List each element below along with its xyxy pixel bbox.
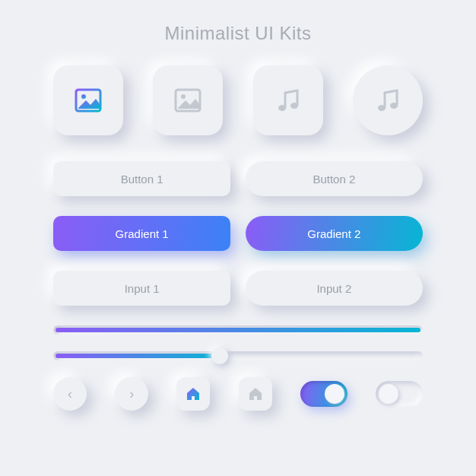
home-icon	[247, 386, 264, 402]
image-tile-muted[interactable]	[153, 65, 223, 135]
gradient-button-1[interactable]: Gradient 1	[53, 216, 230, 251]
home-icon	[185, 386, 202, 402]
svg-point-4	[278, 105, 286, 111]
prev-button[interactable]: ‹	[53, 377, 87, 411]
button-2[interactable]: Button 2	[246, 161, 423, 196]
plain-button-row: Button 1 Button 2	[53, 161, 423, 196]
svg-point-6	[378, 105, 386, 111]
music-icon	[373, 85, 403, 116]
music-tile[interactable]	[253, 65, 323, 135]
chevron-right-icon: ›	[129, 386, 134, 402]
page-title: Minimalist UI Kits	[164, 23, 311, 44]
music-icon	[273, 85, 303, 116]
button-1[interactable]: Button 1	[53, 161, 230, 196]
toggle-on[interactable]	[300, 381, 347, 407]
next-button[interactable]: ›	[115, 377, 148, 411]
svg-point-1	[81, 94, 86, 99]
image-icon	[73, 85, 103, 116]
input-1[interactable]: Input 1	[53, 271, 230, 306]
toggle-knob	[325, 384, 344, 404]
chevron-left-icon: ‹	[68, 386, 72, 402]
gradient-button-2[interactable]: Gradient 2	[246, 216, 423, 251]
image-tile-gradient[interactable]	[53, 65, 123, 135]
image-icon	[173, 85, 203, 116]
svg-point-5	[290, 103, 298, 109]
toggle-off[interactable]	[376, 381, 423, 407]
slider-full[interactable]	[53, 325, 423, 335]
bottom-controls: ‹ ›	[53, 377, 423, 411]
home-button-muted[interactable]	[239, 377, 272, 411]
home-button-gradient[interactable]	[176, 377, 210, 411]
music-circle[interactable]	[353, 65, 423, 135]
slider-partial[interactable]	[53, 351, 423, 360]
input-2[interactable]: Input 2	[246, 271, 423, 306]
gradient-button-row: Gradient 1 Gradient 2	[53, 216, 423, 251]
slider-handle[interactable]	[211, 347, 228, 364]
input-row: Input 1 Input 2	[53, 271, 423, 306]
toggle-knob	[379, 384, 398, 404]
svg-point-3	[181, 94, 186, 99]
svg-point-7	[390, 103, 398, 109]
icon-tile-row	[53, 65, 423, 135]
